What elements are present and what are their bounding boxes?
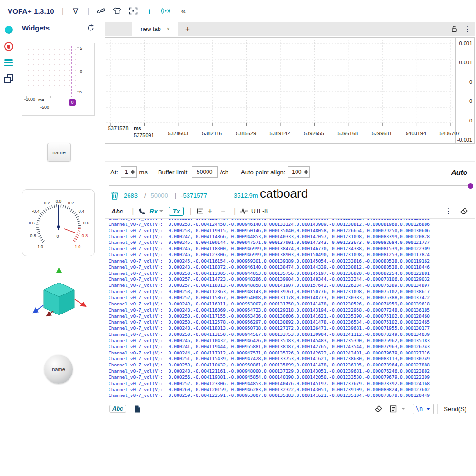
encoding-label[interactable]: UTF-8: [251, 208, 268, 214]
log-row: Channel_v0-7_vol(V): 0.000251,-0.0041154…: [105, 356, 475, 362]
history-list-icon[interactable]: [389, 405, 397, 413]
cube-3d-widget[interactable]: [28, 261, 94, 333]
tab-new-tab[interactable]: new tab ×: [132, 22, 178, 36]
x-axis-label: 5375091: [134, 132, 154, 138]
add-tab-button[interactable]: +: [185, 24, 190, 34]
connection-indicator-icon[interactable]: [5, 26, 13, 34]
divider: |: [132, 207, 134, 215]
button-widget[interactable]: name: [47, 143, 71, 162]
windows-layers-icon[interactable]: [4, 74, 13, 83]
log-row: Channel_v0-7_vol(V): 0.000260,-0.0041201…: [105, 387, 475, 393]
buffer-offset: -5371577: [181, 192, 207, 199]
serial-log-area[interactable]: Channel_v0-7_vol(V): 0.000251,-0.0041214…: [105, 219, 475, 403]
log-row: Channel_v0-7_vol(V): 0.000250,-0.0041104…: [105, 362, 475, 368]
scan-icon[interactable]: [129, 6, 138, 16]
waveform-icon[interactable]: [240, 207, 248, 215]
gauge-label: -0.6: [27, 221, 35, 225]
broadcast-icon[interactable]: [161, 6, 170, 16]
input-mode-button[interactable]: Abc: [109, 405, 126, 413]
dt-label: Δt:: [110, 169, 118, 176]
phone-handset-icon[interactable]: [138, 207, 146, 215]
log-row: Channel_v0-7_vol(V): 0.000247,-0.0041148…: [105, 234, 475, 240]
link-icon[interactable]: [96, 6, 106, 16]
text-align-icon[interactable]: [196, 207, 204, 215]
divider: |: [88, 7, 89, 15]
chart-preview-widget[interactable]: 5 0 -5 -1000 ms -500 0: [22, 43, 95, 116]
catboard-overlay-text: catboard: [258, 186, 309, 201]
y-axis-labels: 0.0010.001000-0.001: [455, 38, 474, 143]
y-axis-label: -0.001: [457, 137, 472, 142]
points-total: 50000: [151, 192, 168, 199]
tab-label: new tab: [141, 26, 161, 32]
gauge-label: 1.0: [75, 244, 81, 249]
auto-scale-label[interactable]: Auto: [451, 168, 475, 176]
tab-close-icon[interactable]: ×: [167, 25, 170, 32]
log-row: Channel_v0-7_vol(V): 0.000241,-0.0041194…: [105, 344, 475, 350]
filter-icon[interactable]: ∇: [71, 6, 80, 16]
slider-thumb[interactable]: [468, 183, 473, 189]
log-row: Channel_v0-7_vol(V): 0.000246,-0.0041183…: [105, 246, 475, 252]
log-row: Channel_v0-7_vol(V): 0.000252,-0.0041233…: [105, 381, 475, 387]
rx-toggle[interactable]: Rx: [149, 208, 158, 215]
log-row: Channel_v0-7_vol(V): 0.000243,-0.0041188…: [105, 264, 475, 271]
gauge-label: -0.4: [32, 209, 40, 213]
newline-select[interactable]: \n: [413, 404, 434, 414]
send-input[interactable]: [149, 404, 366, 414]
spinner-arrows[interactable]: [304, 170, 308, 174]
log-toolbar: Abc | Rx Tx | + − | UTF-8 ⋮: [105, 204, 475, 219]
send-button[interactable]: Send(S): [437, 404, 475, 414]
dt-spinner[interactable]: 1: [121, 166, 137, 178]
align-spinner[interactable]: 100: [288, 166, 310, 178]
gauge-center-value: 0: [56, 234, 59, 239]
gauge-label: 0.4: [79, 209, 85, 213]
dt-unit: ms: [139, 169, 148, 176]
x-axis-label: 5392655: [304, 131, 324, 136]
log-row: Channel_v0-7_vol(V): 0.000253,-0.0041244…: [105, 222, 475, 228]
time-scale: 3512.9ms: [234, 192, 261, 199]
file-send-icon[interactable]: [133, 405, 141, 413]
divider: |: [62, 7, 64, 15]
buffer-unit: /ch: [220, 169, 228, 176]
log-row: Channel_v0-7_vol(V): 0.000244,-0.0041170…: [105, 350, 475, 356]
collapse-panel-icon[interactable]: «: [178, 6, 188, 16]
clear-input-eraser-button[interactable]: [374, 405, 383, 413]
axis-x-arrow: [75, 299, 86, 306]
log-row: Channel_v0-7_vol(V): 0.000257,-0.0041147…: [105, 276, 475, 283]
divider: |: [190, 207, 192, 215]
tab-menu-kebab-icon[interactable]: ⋮: [464, 25, 471, 33]
font-increase-button[interactable]: +: [208, 207, 212, 215]
buffer-limit-input[interactable]: 50000: [192, 166, 218, 178]
shirt-icon[interactable]: [112, 6, 122, 16]
clear-log-eraser-button[interactable]: [460, 207, 468, 215]
axis-minor-arrow: [47, 311, 53, 316]
log-row: Channel_v0-7_vol(V): 0.000253,-0.0041128…: [105, 289, 475, 295]
text-mode-button[interactable]: Abc: [111, 208, 123, 215]
record-icon[interactable]: [4, 42, 13, 51]
tx-toggle[interactable]: Tx: [169, 207, 184, 216]
log-rows: Channel_v0-7_vol(V): 0.000251,-0.0041214…: [105, 219, 475, 399]
vofa-app: VOFA+ 1.3.10 | ∇ | i « Widgets: [0, 0, 476, 476]
gauge-widget[interactable]: 0.0 -0.2 0.2 -0.4 0.4 -0.6 0.6 -0.8 0.8 …: [22, 189, 95, 256]
font-decrease-button[interactable]: −: [221, 207, 225, 215]
x-axis-label: 5371578: [108, 125, 129, 131]
cursor-value-badge[interactable]: 0: [69, 99, 76, 106]
log-row: Channel_v0-7_vol(V): 0.000256,-0.0041193…: [105, 375, 475, 381]
sphere-button-widget[interactable]: name: [44, 355, 73, 384]
send-bar: Abc \n Send(S): [105, 403, 475, 415]
chevron-down-icon[interactable]: [159, 210, 163, 212]
left-icon-rail: [0, 22, 17, 413]
clear-buffer-trash-button[interactable]: [110, 191, 119, 200]
main-chart[interactable]: 0.0010.001000-0.001 ms 53715785375091537…: [105, 37, 475, 144]
gauge-label: 0.6: [83, 221, 89, 225]
info-icon[interactable]: i: [145, 6, 154, 16]
spinner-arrows[interactable]: [131, 170, 135, 174]
list-icon[interactable]: [4, 59, 13, 66]
chevron-down-icon[interactable]: [426, 408, 430, 410]
log-menu-kebab-icon[interactable]: ⋮: [445, 207, 452, 215]
lock-icon[interactable]: [451, 25, 458, 32]
axis-z-arrow: [33, 305, 43, 313]
refresh-button[interactable]: [87, 24, 95, 32]
chevron-down-icon[interactable]: [401, 408, 405, 410]
points-count: 2683: [124, 192, 138, 199]
log-row: Channel_v0-7_vol(V): 0.000245,-0.0041161…: [105, 258, 475, 264]
